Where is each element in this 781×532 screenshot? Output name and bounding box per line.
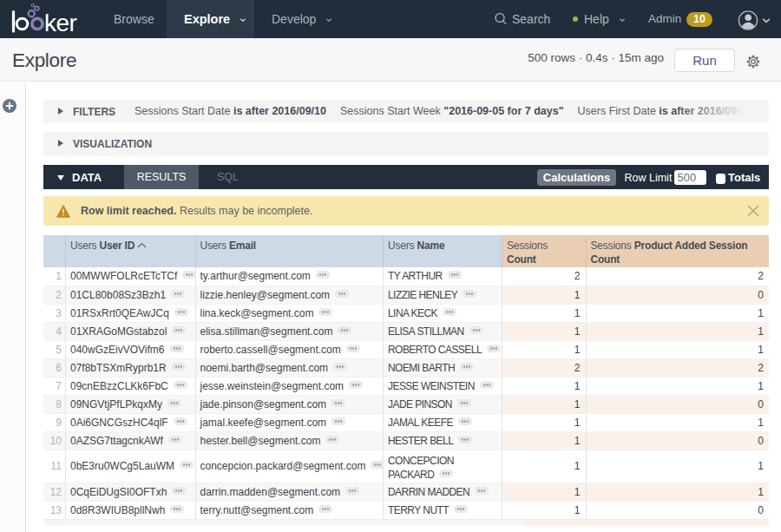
svg-text:ker: ker bbox=[44, 10, 77, 36]
